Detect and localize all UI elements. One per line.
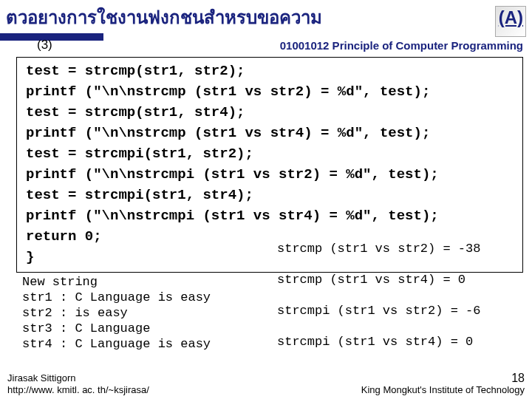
course-code: 01001012 Principle of Computer Programmi… (280, 39, 523, 52)
slide-title-extra: (A) (499, 7, 523, 28)
organization: King Mongkut's Institute of Technology (361, 384, 525, 396)
code-line: printf ("\n\nstrcmp (str1 vs str2) = %d"… (26, 81, 514, 102)
author-name: Jirasak Sittigorn (7, 372, 149, 384)
code-line: test = strcmp(str1, str4); (26, 102, 514, 123)
code-line: printf ("\n\nstrcmpi (str1 vs str4) = %d… (26, 205, 514, 226)
footer: Jirasak Sittigorn http://www. kmitl. ac.… (0, 372, 532, 396)
code-line: test = strcmpi(str1, str4); (26, 185, 514, 205)
slide-title: ตวอยางการใชงานฟงกชนสำหรบขอความ (6, 3, 322, 32)
footer-left: Jirasak Sittigorn http://www. kmitl. ac.… (7, 372, 149, 396)
sub-row: (3) 01001012 Principle of Computer Progr… (0, 38, 532, 55)
code-line: test = strcmp(str1, str2); (26, 61, 514, 81)
title-bar: ตวอยางการใชงานฟงกชนสำหรบขอความ (A) (0, 0, 532, 33)
code-line: printf ("\n\nstrcmp (str1 vs str4) = %d"… (26, 123, 514, 143)
footer-right: 18 King Mongkut's Institute of Technolog… (361, 372, 525, 396)
output-left: New string str1 : C Language is easy str… (22, 274, 211, 352)
author-url: http://www. kmitl. ac. th/~ksjirasa/ (7, 384, 149, 396)
output-right: strcmp (str1 vs str2) = -38 strcmp (str1… (277, 241, 480, 349)
code-line: printf ("\n\nstrcmpi (str1 vs str2) = %d… (26, 164, 514, 185)
part-number: (3) (37, 38, 52, 52)
page-number: 18 (361, 372, 525, 384)
code-line: test = strcmpi(str1, str2); (26, 143, 514, 164)
